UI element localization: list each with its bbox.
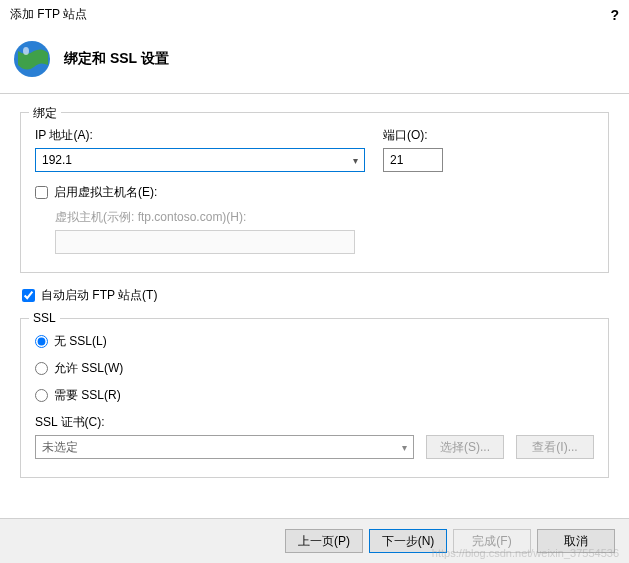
ssl-require-label: 需要 SSL(R) bbox=[54, 387, 121, 404]
ip-label: IP 地址(A): bbox=[35, 127, 365, 144]
cert-combo[interactable]: 未选定 ▾ bbox=[35, 435, 414, 459]
select-cert-button: 选择(S)... bbox=[426, 435, 504, 459]
titlebar: 添加 FTP 站点 ? bbox=[0, 0, 629, 29]
chevron-down-icon: ▾ bbox=[402, 442, 407, 453]
wizard-footer: 上一页(P) 下一步(N) 完成(F) 取消 bbox=[0, 518, 629, 563]
binding-legend: 绑定 bbox=[29, 105, 61, 122]
vhost-field-label: 虚拟主机(示例: ftp.contoso.com)(H): bbox=[35, 209, 594, 226]
view-cert-button: 查看(I)... bbox=[516, 435, 594, 459]
autostart-checkbox[interactable] bbox=[22, 289, 35, 302]
window-title: 添加 FTP 站点 bbox=[10, 6, 87, 23]
ssl-allow-radio[interactable] bbox=[35, 362, 48, 375]
ssl-group: SSL 无 SSL(L) 允许 SSL(W) 需要 SSL(R) SSL 证书(… bbox=[20, 318, 609, 478]
finish-button: 完成(F) bbox=[453, 529, 531, 553]
autostart-label: 自动启动 FTP 站点(T) bbox=[41, 287, 157, 304]
help-icon[interactable]: ? bbox=[610, 7, 619, 23]
ssl-require-radio[interactable] bbox=[35, 389, 48, 402]
cancel-button[interactable]: 取消 bbox=[537, 529, 615, 553]
vhost-input bbox=[55, 230, 355, 254]
svg-point-1 bbox=[23, 47, 29, 55]
vhost-checkbox[interactable] bbox=[35, 186, 48, 199]
globe-icon bbox=[12, 39, 52, 79]
chevron-down-icon: ▾ bbox=[353, 155, 358, 166]
ssl-legend: SSL bbox=[29, 311, 60, 325]
cert-value: 未选定 bbox=[42, 439, 78, 456]
port-input[interactable]: 21 bbox=[383, 148, 443, 172]
ip-address-value: 192.1 bbox=[42, 153, 72, 167]
port-label: 端口(O): bbox=[383, 127, 443, 144]
ssl-none-label: 无 SSL(L) bbox=[54, 333, 107, 350]
content: 绑定 IP 地址(A): 192.1 ▾ 端口(O): 21 启用虚拟主机名(E… bbox=[0, 94, 629, 478]
cert-label: SSL 证书(C): bbox=[35, 414, 594, 431]
port-value: 21 bbox=[390, 153, 403, 167]
next-button[interactable]: 下一步(N) bbox=[369, 529, 447, 553]
prev-button[interactable]: 上一页(P) bbox=[285, 529, 363, 553]
binding-group: 绑定 IP 地址(A): 192.1 ▾ 端口(O): 21 启用虚拟主机名(E… bbox=[20, 112, 609, 273]
vhost-checkbox-label: 启用虚拟主机名(E): bbox=[54, 184, 157, 201]
ssl-none-radio[interactable] bbox=[35, 335, 48, 348]
ssl-allow-label: 允许 SSL(W) bbox=[54, 360, 123, 377]
page-title: 绑定和 SSL 设置 bbox=[64, 50, 169, 68]
ip-address-combo[interactable]: 192.1 ▾ bbox=[35, 148, 365, 172]
wizard-header: 绑定和 SSL 设置 bbox=[0, 29, 629, 94]
